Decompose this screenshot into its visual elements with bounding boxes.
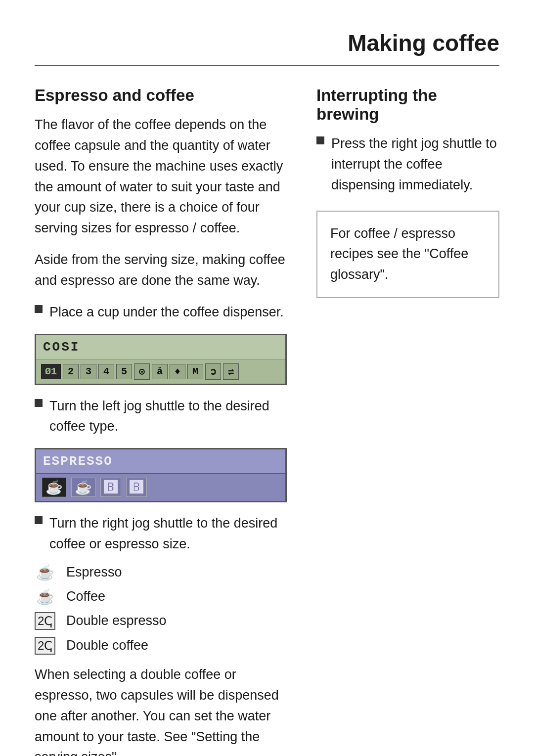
- left-para1: The flavor of the coffee depends on the …: [35, 115, 287, 239]
- icon-item-espresso: ☕ Espresso: [35, 564, 287, 581]
- espresso-label: Espresso: [66, 565, 122, 580]
- lcd-display-2: ESPRESSO ☕ ☕ 🅱 🅱: [35, 448, 287, 502]
- icon-item-double-espresso: 2ↅ Double espresso: [35, 612, 287, 630]
- bullet-text-jog-right: Turn the right jog shuttle to the desire…: [49, 513, 287, 555]
- bullet-text-jog-left: Turn the left jog shuttle to the desired…: [49, 396, 287, 438]
- bullet-place-cup: Place a cup under the coffee dispenser.: [35, 302, 287, 323]
- double-coffee-icon: 2ↅ: [35, 637, 55, 655]
- left-para3: When selecting a double coffee or espres…: [35, 665, 287, 756]
- double-espresso-icon: 2ↅ: [35, 612, 55, 630]
- bullet-icon-2: [35, 399, 43, 407]
- espresso-cup-icon: ☕: [35, 564, 55, 581]
- lcd2-row1: ESPRESSO: [36, 449, 285, 474]
- left-section-heading: Espresso and coffee: [35, 86, 287, 105]
- bullet-jog-left: Turn the left jog shuttle to the desired…: [35, 396, 287, 438]
- bullet-text-place-cup: Place a cup under the coffee dispenser.: [49, 302, 284, 323]
- bullet-icon-interrupt: [316, 136, 324, 144]
- double-espresso-label: Double espresso: [66, 613, 167, 628]
- info-box: For coffee / espresso recipes see the "C…: [316, 211, 499, 299]
- icon-item-coffee: ☕ Coffee: [35, 588, 287, 605]
- lcd-cell-timer: ⊙: [134, 363, 150, 380]
- lcd-cell-rinse: ↄ: [205, 363, 221, 380]
- lcd1-row2: Ø1 2 3 4 5 ⊙ å ♦ M ↄ ⇌: [36, 359, 285, 384]
- right-section-heading: Interrupting the brewing: [316, 86, 499, 124]
- lcd-cell-temp: å: [152, 364, 168, 379]
- lcd-cell-5: 5: [116, 364, 132, 379]
- page-title-section: Making coffee: [35, 30, 499, 66]
- lcd-cell-1: Ø1: [41, 364, 61, 379]
- info-box-text: For coffee / espresso recipes see the "C…: [330, 223, 486, 286]
- double-coffee-label: Double coffee: [66, 638, 148, 653]
- right-column: Interrupting the brewing Press the right…: [316, 86, 499, 298]
- coffee-label: Coffee: [66, 589, 105, 604]
- lcd-cell-settings: ⇌: [223, 363, 239, 380]
- lcd-cell-3: 3: [81, 364, 96, 379]
- esp-icon-double-espresso: 🅱: [100, 478, 121, 497]
- lcd-cell-4: 4: [98, 364, 114, 379]
- coffee-cup-icon: ☕: [35, 588, 55, 605]
- left-column: Espresso and coffee The flavor of the co…: [35, 86, 287, 756]
- esp-icon-espresso-small: ☕: [42, 478, 66, 497]
- page-title: Making coffee: [348, 30, 499, 56]
- lcd1-row1: COSI: [36, 335, 285, 359]
- esp-icon-double-coffee: 🅱: [126, 478, 147, 497]
- lcd2-row2: ☕ ☕ 🅱 🅱: [36, 474, 285, 501]
- lcd-cell-2: 2: [63, 364, 79, 379]
- bullet-text-interrupt: Press the right jog shuttle to interrupt…: [331, 133, 499, 196]
- lcd-cell-grind: M: [187, 364, 203, 379]
- bullet-icon: [35, 305, 43, 313]
- bullet-interrupt: Press the right jog shuttle to interrupt…: [316, 133, 499, 196]
- icon-item-double-coffee: 2ↅ Double coffee: [35, 637, 287, 655]
- left-para2: Aside from the serving size, making coff…: [35, 250, 287, 291]
- bullet-icon-3: [35, 516, 43, 524]
- bullet-jog-right: Turn the right jog shuttle to the desire…: [35, 513, 287, 555]
- esp-icon-coffee-large: ☕: [71, 478, 95, 497]
- lcd-cell-strength: ♦: [170, 364, 185, 379]
- lcd-display-1: COSI Ø1 2 3 4 5 ⊙ å ♦ M ↄ ⇌: [35, 334, 287, 385]
